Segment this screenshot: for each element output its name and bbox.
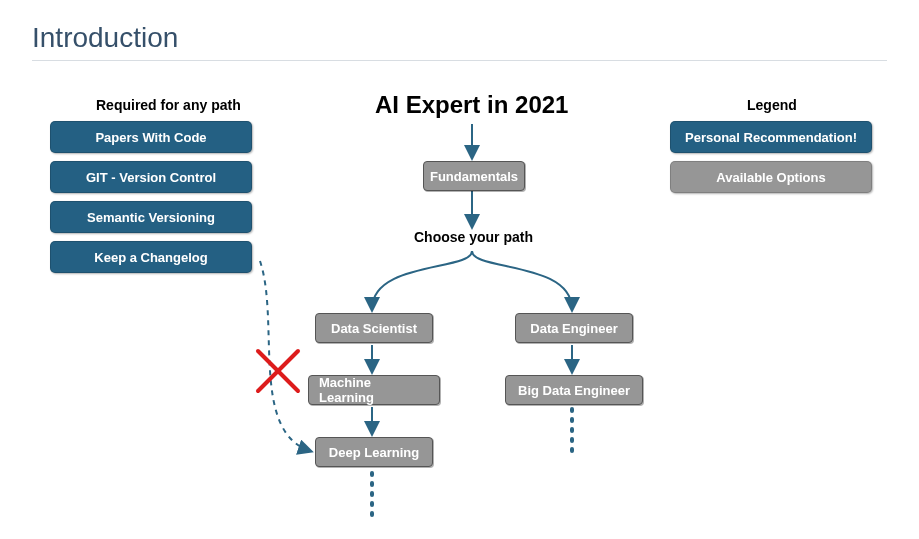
diagram-title: AI Expert in 2021: [375, 91, 568, 119]
node-label: Big Data Engineer: [518, 383, 630, 398]
legend-heading: Legend: [747, 97, 797, 113]
required-item-label: Keep a Changelog: [94, 250, 207, 265]
required-item-label: Papers With Code: [95, 130, 206, 145]
required-heading: Required for any path: [96, 97, 241, 113]
required-item-papers-with-code[interactable]: Papers With Code: [50, 121, 252, 153]
node-label: Data Scientist: [331, 321, 417, 336]
node-label: Data Engineer: [530, 321, 617, 336]
legend-item-available: Available Options: [670, 161, 872, 193]
page-title: Introduction: [0, 0, 919, 60]
node-label: Machine Learning: [319, 375, 429, 405]
legend-item-label: Available Options: [716, 170, 825, 185]
svg-line-8: [258, 351, 298, 391]
node-label: Fundamentals: [430, 169, 518, 184]
required-item-git[interactable]: GIT - Version Control: [50, 161, 252, 193]
node-deep-learning[interactable]: Deep Learning: [315, 437, 433, 467]
required-item-label: GIT - Version Control: [86, 170, 216, 185]
diagram-canvas: Required for any path Papers With Code G…: [0, 61, 919, 531]
required-item-semver[interactable]: Semantic Versioning: [50, 201, 252, 233]
choose-path-text: Choose your path: [414, 229, 533, 245]
node-label: Deep Learning: [329, 445, 419, 460]
svg-line-7: [258, 351, 298, 391]
node-machine-learning[interactable]: Machine Learning: [308, 375, 440, 405]
required-item-changelog[interactable]: Keep a Changelog: [50, 241, 252, 273]
node-data-scientist[interactable]: Data Scientist: [315, 313, 433, 343]
legend-item-recommendation: Personal Recommendation!: [670, 121, 872, 153]
node-fundamentals[interactable]: Fundamentals: [423, 161, 525, 191]
required-item-label: Semantic Versioning: [87, 210, 215, 225]
node-data-engineer[interactable]: Data Engineer: [515, 313, 633, 343]
node-big-data-engineer[interactable]: Big Data Engineer: [505, 375, 643, 405]
legend-item-label: Personal Recommendation!: [685, 130, 857, 145]
